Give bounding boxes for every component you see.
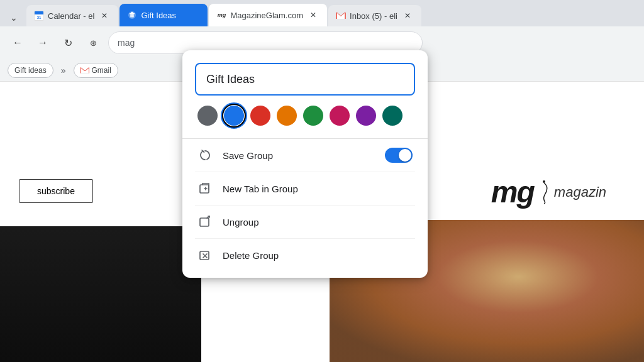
group-name-input[interactable] [195,63,415,96]
svg-rect-7 [200,218,209,226]
subscribe-button[interactable]: subscribe [19,179,93,203]
tab-inbox-title: Inbox (5) - eli [350,11,397,21]
menu-item-new-tab[interactable]: New Tab in Group [195,172,415,206]
new-tab-in-group-icon [197,181,213,196]
refresh-button[interactable]: ↻ [58,33,78,53]
save-group-toggle[interactable] [385,148,413,163]
tab-inbox[interactable]: Inbox (5) - eli ✕ [328,5,421,26]
gmail-inbox-favicon [336,11,346,21]
calendar-favicon: 31 [34,11,44,21]
menu-item-save-group[interactable]: Save Group [195,139,415,172]
tab-inbox-close[interactable]: ✕ [401,9,414,22]
delete-group-label: Delete Group [223,250,413,261]
delete-group-icon [197,248,213,263]
tab-calendar-close[interactable]: ✕ [98,9,111,22]
tab-bar-left: ⌄ [5,9,23,26]
color-orange[interactable] [277,106,297,126]
tab-gift-ideas-title: Gift Ideas [141,11,200,20]
tab-magazineglam-close[interactable]: ✕ [307,9,319,21]
magazine-flourish-icon [538,180,550,205]
mg-favicon: mg [216,10,226,20]
omnibox-value: mag [118,38,135,48]
dark-image-area [0,226,201,362]
new-tab-label: New Tab in Group [223,184,413,194]
magazine-name-text: magazin [554,184,606,200]
save-group-label: Save Group [223,150,375,161]
ungroup-label: Ungroup [223,217,413,228]
gmail-bookmark-icon [80,67,89,74]
browser-window: ⌄ 31 Calendar - el ✕ [0,0,644,362]
magazine-logo: mg [491,175,534,209]
color-picker [195,106,415,126]
tab-magazineglam-title: MagazineGlam.com [230,11,303,20]
bookmark-gmail[interactable]: Gmail [74,63,118,78]
svg-point-5 [543,180,545,183]
color-purple[interactable] [356,106,376,126]
customize-chrome-button[interactable]: ⊛ [83,33,103,53]
tab-magazineglam[interactable]: mg MagazineGlam.com ✕ [209,4,327,26]
tab-gift-ideas[interactable]: Gift Ideas [119,4,208,26]
svg-rect-3 [132,13,133,18]
gift-ideas-favicon [127,10,137,20]
back-button[interactable]: ← [8,33,28,53]
bookmarks-more[interactable]: » [58,64,69,77]
bookmark-gift-ideas-label: Gift ideas [14,66,47,75]
bookmark-gmail-label: Gmail [92,66,111,75]
ungroup-icon [197,214,213,229]
bookmark-gift-ideas[interactable]: Gift ideas [8,63,53,78]
toggle-knob [399,149,411,162]
tab-calendar-title: Calendar - el [48,11,94,21]
forward-button[interactable]: → [33,33,53,53]
tab-group-editor-popup: Save Group New Tab in Group [182,50,428,278]
color-blue[interactable] [224,106,244,126]
color-grey[interactable] [197,106,218,126]
menu-item-ungroup[interactable]: Ungroup [195,206,415,239]
tab-bar: ⌄ 31 Calendar - el ✕ [0,0,644,26]
color-red[interactable] [250,106,270,126]
magazine-logo-area: mg magazin [491,175,606,209]
menu-item-delete-group[interactable]: Delete Group [195,239,415,272]
tab-calendar[interactable]: 31 Calendar - el ✕ [26,5,118,26]
color-green[interactable] [303,106,323,126]
color-pink[interactable] [330,106,350,126]
color-teal[interactable] [382,106,402,126]
save-group-icon [197,148,213,163]
tab-list-chevron[interactable]: ⌄ [5,9,23,26]
